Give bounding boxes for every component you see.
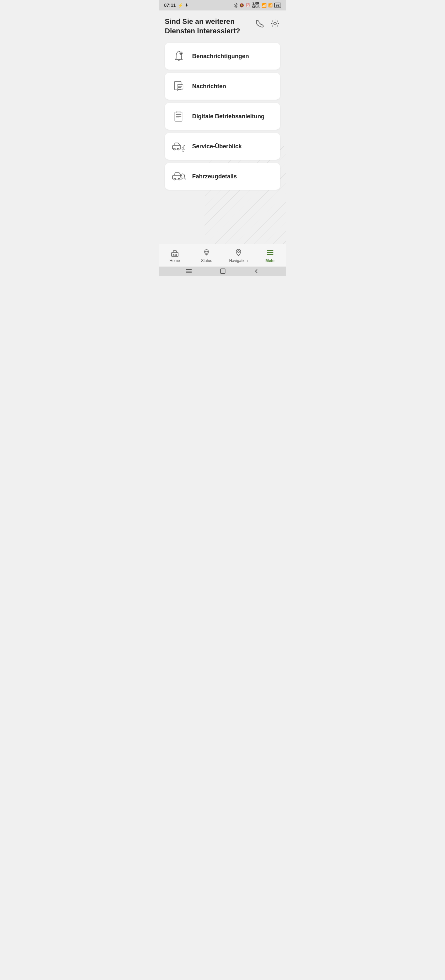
menu-list: Benachrichtigungen Nachrichten	[165, 43, 280, 190]
signal-icon: 📶	[268, 3, 273, 8]
manual-icon	[171, 109, 186, 124]
svg-rect-15	[182, 147, 183, 150]
android-menu-button[interactable]	[186, 269, 192, 274]
menu-item-fahrzeugdetails[interactable]: Fahrzeugdetails	[165, 163, 280, 190]
svg-rect-7	[175, 112, 182, 121]
menu-item-betriebsanleitung[interactable]: Digitale Betriebsanleitung	[165, 103, 280, 130]
svg-rect-22	[172, 253, 178, 256]
menu-item-benachrichtigungen[interactable]: Benachrichtigungen	[165, 43, 280, 70]
android-home-button[interactable]	[220, 269, 225, 274]
menu-item-benachrichtigungen-label: Benachrichtigungen	[192, 53, 249, 60]
header-icons	[255, 17, 280, 29]
header: Sind Sie an weiteren Diensten interessie…	[165, 17, 280, 36]
menu-item-service[interactable]: Service-Überblick	[165, 133, 280, 160]
navigation-nav-icon	[234, 248, 243, 257]
home-nav-icon	[170, 248, 179, 257]
car-search-icon	[171, 169, 186, 184]
menu-item-fahrzeugdetails-label: Fahrzeugdetails	[192, 173, 237, 180]
bell-icon	[171, 49, 186, 64]
main-content: Sind Sie an weiteren Diensten interessie…	[159, 10, 286, 244]
bottom-nav: Home Status Navigation	[159, 244, 286, 267]
svg-rect-16	[184, 145, 185, 150]
status-right: 🔕 ⏰ 2.00KB/S 📶 📶 92	[234, 2, 281, 9]
charging-icon: ⚡	[178, 3, 183, 8]
bluetooth-icon	[234, 3, 238, 8]
svg-point-23	[173, 255, 174, 256]
menu-item-betriebsanleitung-label: Digitale Betriebsanleitung	[192, 113, 264, 120]
menu-item-service-label: Service-Überblick	[192, 143, 242, 150]
svg-point-2	[181, 52, 182, 54]
nav-item-status-label: Status	[201, 258, 212, 263]
status-left: 07:11 ⚡ ⬇	[164, 3, 188, 8]
svg-line-21	[184, 178, 185, 179]
mehr-nav-icon	[266, 248, 275, 257]
nav-item-home[interactable]: Home	[159, 248, 191, 263]
speed-text: 2.00KB/S	[252, 2, 260, 9]
nav-item-status[interactable]: Status	[191, 248, 223, 263]
nav-item-navigation[interactable]: Navigation	[223, 248, 255, 263]
status-nav-icon	[202, 248, 211, 257]
android-back-button[interactable]	[254, 269, 259, 274]
download-icon: ⬇	[185, 3, 188, 8]
svg-rect-35	[220, 269, 225, 274]
nav-item-mehr[interactable]: Mehr	[255, 248, 287, 263]
svg-rect-4	[177, 84, 183, 89]
mute-icon: 🔕	[239, 3, 244, 8]
menu-item-nachrichten[interactable]: Nachrichten	[165, 73, 280, 100]
svg-point-28	[238, 251, 239, 253]
nav-item-mehr-label: Mehr	[266, 258, 275, 263]
nav-item-home-label: Home	[169, 258, 180, 263]
wifi-icon: 📶	[261, 3, 266, 8]
alarm-icon: ⏰	[245, 3, 250, 8]
battery-indicator: 92	[274, 3, 281, 8]
service-icon	[171, 139, 186, 154]
svg-point-0	[274, 22, 276, 25]
svg-point-24	[176, 255, 177, 256]
nav-item-navigation-label: Navigation	[229, 258, 248, 263]
android-bar	[159, 267, 286, 276]
status-bar: 07:11 ⚡ ⬇ 🔕 ⏰ 2.00KB/S 📶 📶 92	[159, 0, 286, 10]
settings-button[interactable]	[270, 18, 280, 29]
status-time: 07:11	[164, 3, 176, 8]
menu-item-nachrichten-label: Nachrichten	[192, 83, 226, 90]
phone-button[interactable]	[255, 18, 265, 29]
messages-icon	[171, 79, 186, 94]
page-title: Sind Sie an weiteren Diensten interessie…	[165, 17, 255, 36]
